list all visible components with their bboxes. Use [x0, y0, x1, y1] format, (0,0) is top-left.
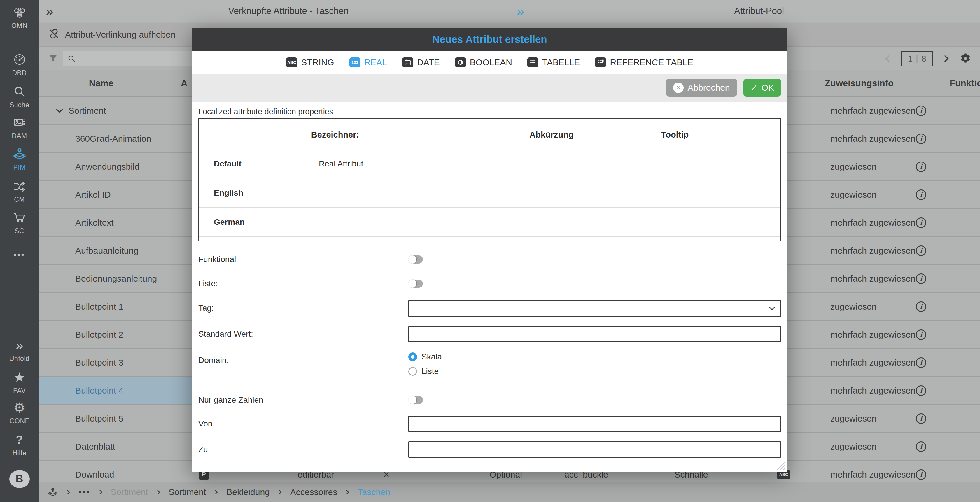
sidebar-item-suche[interactable]: Suche — [0, 84, 39, 109]
loc-col-header: Abkürzung — [530, 130, 573, 140]
sidebar-item-dam[interactable]: DAM — [0, 115, 39, 140]
tab-tabelle[interactable]: TABELLE — [527, 57, 580, 67]
tab-date[interactable]: DATE — [402, 57, 440, 67]
app: B OMNDBDSucheDAMPPIMCMSC•••»Unfold★FAV⚙C… — [0, 0, 980, 502]
search-icon — [67, 54, 76, 63]
breadcrumb-chevron-icon — [97, 489, 104, 495]
row-name: Bulletpoint 4 — [75, 386, 123, 396]
info-icon[interactable]: i — [916, 133, 926, 144]
row-name: Bulletpoint 3 — [75, 358, 123, 368]
info-icon[interactable]: i — [916, 357, 926, 368]
info-icon[interactable]: i — [916, 189, 926, 200]
zu-input[interactable] — [409, 442, 780, 457]
cancel-label: Abbrechen — [687, 83, 730, 93]
radio-icon[interactable] — [408, 353, 417, 361]
sidebar-item-more[interactable]: ••• — [0, 247, 39, 262]
row-name: Bedienungsanleitung — [75, 274, 157, 284]
info-icon[interactable]: i — [916, 329, 926, 340]
page-prev-icon[interactable] — [883, 54, 892, 63]
info-icon[interactable]: i — [916, 162, 926, 172]
column-partial: A — [181, 78, 187, 89]
hilfe-icon: ? — [16, 432, 23, 447]
nur-ganze-zahlen-toggle[interactable] — [408, 396, 423, 404]
divider — [199, 178, 780, 178]
nur-ganze-zahlen-label: Nur ganze Zahlen — [198, 395, 263, 405]
breadcrumb-item[interactable]: Bekleidung — [226, 487, 269, 497]
domain-radio-liste[interactable]: Liste — [408, 367, 439, 376]
funktional-toggle[interactable] — [408, 255, 423, 264]
sidebar-item-pim[interactable]: PPIM — [0, 146, 39, 172]
info-icon[interactable]: i — [916, 442, 926, 452]
filter-icon[interactable] — [48, 52, 59, 65]
tag-select[interactable] — [408, 300, 781, 317]
domain-radio-skala[interactable]: Skala — [408, 352, 442, 362]
page-indicator: 1 | 8 — [900, 51, 933, 67]
sidebar-item-conf[interactable]: ⚙CONF — [0, 400, 39, 425]
info-icon[interactable]: i — [916, 469, 926, 480]
svg-text:P: P — [52, 488, 53, 491]
info-icon[interactable]: i — [916, 302, 926, 312]
expand-panel-icon[interactable]: » — [517, 4, 524, 18]
sidebar-item-dbd[interactable]: DBD — [0, 52, 39, 77]
info-icon[interactable]: i — [916, 245, 926, 256]
sidebar-item-unfold[interactable]: »Unfold — [0, 338, 39, 363]
liste-toggle[interactable] — [408, 280, 423, 288]
standard-wert-input[interactable] — [409, 327, 780, 342]
zu-label: Zu — [198, 445, 208, 454]
tab-string[interactable]: ABCSTRING — [286, 57, 334, 67]
info-icon[interactable]: i — [916, 385, 926, 396]
breadcrumb-item[interactable]: Sortiment — [111, 487, 148, 497]
breadcrumb-chevron-icon — [213, 489, 220, 495]
breadcrumb-item[interactable]: Accessoires — [290, 487, 337, 497]
loc-lang-label: English — [214, 188, 243, 198]
breadcrumb-collapsed[interactable]: ••• — [78, 487, 91, 497]
assignment-status: mehrfach zugewiesen — [830, 218, 916, 228]
right-panel-titlebar: Attribut-Pool — [538, 0, 980, 22]
page-next-icon[interactable] — [942, 54, 951, 63]
sidebar-item-label: SC — [14, 227, 24, 235]
info-icon[interactable]: i — [916, 218, 926, 228]
column-function[interactable]: Funktion — [950, 78, 980, 89]
breadcrumb-bar: P•••SortimentSortimentBekleidungAccessoi… — [39, 481, 980, 502]
column-assignment[interactable]: Zuweisungsinfo — [825, 78, 894, 89]
sidebar-item-cm[interactable]: CM — [0, 178, 39, 203]
ok-button[interactable]: ✓ OK — [743, 79, 781, 97]
cancel-button[interactable]: ✕ Abbrechen — [666, 79, 737, 97]
resize-handle[interactable] — [772, 457, 786, 470]
conf-icon: ⚙ — [13, 400, 25, 415]
tab-real[interactable]: 123REAL — [349, 57, 387, 67]
tab-boolean[interactable]: BOOLEAN — [455, 57, 512, 67]
sidebar-item-sc[interactable]: SC — [0, 210, 39, 235]
avatar[interactable]: B — [10, 470, 30, 488]
row-name: 360Grad-Animation — [75, 134, 151, 144]
sidebar-item-omn[interactable]: OMN — [0, 5, 39, 30]
sidebar-item-fav[interactable]: ★FAV — [0, 370, 39, 395]
info-icon[interactable]: i — [916, 273, 926, 284]
row-name: Sortiment — [68, 106, 106, 116]
gear-icon[interactable] — [959, 52, 972, 65]
info-icon[interactable]: i — [916, 105, 926, 116]
tab-label: TABELLE — [542, 57, 580, 67]
standard-wert-label: Standard Wert: — [198, 329, 253, 339]
loc-bezeichner-value[interactable]: Real Attribut — [319, 159, 363, 168]
von-input[interactable] — [409, 416, 780, 431]
collapse-panel-icon[interactable]: » — [46, 4, 53, 18]
breadcrumb-item[interactable]: Sortiment — [169, 487, 206, 497]
info-icon[interactable]: i — [916, 413, 926, 424]
fav-icon: ★ — [13, 370, 25, 385]
divider — [199, 236, 780, 237]
chevron-down-icon[interactable] — [55, 106, 64, 116]
ok-label: OK — [762, 83, 774, 93]
row-name: Bulletpoint 2 — [75, 330, 123, 340]
radio-icon[interactable] — [408, 367, 417, 376]
sidebar-item-label: PIM — [13, 164, 25, 172]
breadcrumb-item[interactable]: Taschen — [358, 487, 390, 497]
section-label: Localized attribute definition propertie… — [198, 107, 333, 116]
chevron-down-icon — [768, 304, 776, 313]
funktional-label: Funktional — [198, 255, 236, 264]
localized-table: Bezeichner:AbkürzungTooltipDefaultReal A… — [198, 118, 781, 241]
sidebar-item-hilfe[interactable]: ?Hilfe — [0, 432, 39, 457]
unlink-attribute-button[interactable]: Attribut-Verlinkung aufheben — [48, 27, 176, 42]
tab-reference-table[interactable]: REFERENCE TABLE — [595, 57, 693, 67]
column-name[interactable]: Name — [89, 78, 113, 89]
